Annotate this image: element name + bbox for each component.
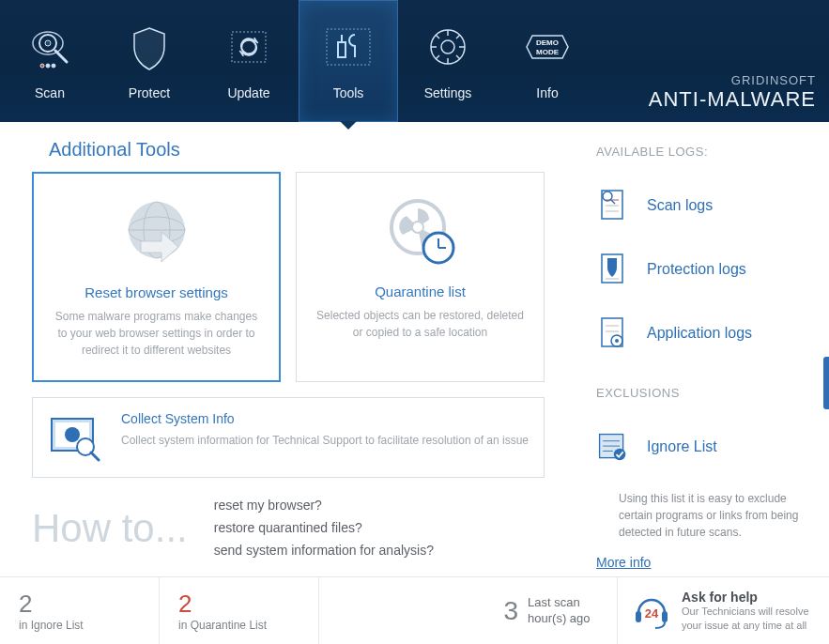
svg-point-1 bbox=[45, 40, 51, 46]
nav-protect[interactable]: Protect bbox=[100, 0, 199, 122]
tools-icon bbox=[320, 22, 376, 74]
howto-block: How to... reset my browser? restore quar… bbox=[32, 495, 572, 561]
stat-last-scan[interactable]: 3 Last scan hour(s) ago bbox=[477, 577, 618, 644]
available-logs-heading: AVAILABLE LOGS: bbox=[596, 145, 812, 159]
document-shield-icon bbox=[596, 251, 628, 288]
collect-info-desc: Collect system information for Technical… bbox=[121, 432, 530, 449]
svg-text:24: 24 bbox=[645, 606, 659, 621]
scan-logs-label: Scan logs bbox=[647, 197, 713, 214]
svg-line-19 bbox=[456, 35, 460, 38]
nav-settings[interactable]: Settings bbox=[398, 0, 498, 122]
svg-rect-10 bbox=[327, 29, 370, 65]
exclusions-heading: EXCLUSIONS bbox=[596, 386, 812, 400]
protection-logs-label: Protection logs bbox=[647, 261, 746, 278]
svg-point-12 bbox=[441, 40, 454, 54]
page-title: Additional Tools bbox=[49, 139, 572, 161]
status-footer: 2 in Ignore List 2 in Quarantine List 3 … bbox=[0, 576, 829, 644]
nav-info[interactable]: DEMO MODE Info bbox=[498, 0, 597, 122]
nav-info-label: Info bbox=[536, 85, 558, 100]
system-info-icon bbox=[46, 411, 106, 464]
svg-point-28 bbox=[412, 222, 423, 233]
shield-icon bbox=[121, 22, 177, 74]
howto-heading: How to... bbox=[32, 506, 188, 551]
quarantine-title: Quarantine list bbox=[375, 284, 466, 299]
last-scan-line2: hour(s) ago bbox=[528, 611, 590, 626]
refresh-icon bbox=[221, 22, 277, 74]
headset-24-icon: 24 bbox=[631, 590, 672, 632]
svg-line-17 bbox=[436, 35, 439, 38]
svg-line-36 bbox=[91, 452, 99, 460]
demo-mode-icon: DEMO MODE bbox=[519, 22, 576, 74]
nav-settings-label: Settings bbox=[424, 85, 472, 100]
reset-browser-title: Reset browser settings bbox=[84, 284, 228, 300]
quarantine-count: 2 bbox=[178, 590, 299, 619]
brand-company: GRIDINSOFT bbox=[649, 73, 816, 87]
howto-link-restore[interactable]: restore quarantined files? bbox=[214, 517, 434, 540]
svg-text:DEMO: DEMO bbox=[536, 38, 559, 47]
nav-protect-label: Protect bbox=[129, 85, 170, 100]
ask-title: Ask for help bbox=[682, 590, 816, 605]
app-header: Scan Protect Update bbox=[0, 0, 829, 122]
main-content: Additional Tools Reset browser settings … bbox=[0, 122, 829, 576]
document-magnifier-icon bbox=[596, 187, 628, 224]
protection-logs-link[interactable]: Protection logs bbox=[596, 238, 812, 301]
nav-update[interactable]: Update bbox=[199, 0, 299, 122]
last-scan-value: 3 bbox=[503, 596, 518, 626]
side-panel-handle[interactable] bbox=[823, 357, 829, 409]
svg-point-49 bbox=[615, 339, 619, 343]
svg-rect-56 bbox=[662, 611, 668, 622]
ask-for-help[interactable]: 24 Ask for help Our Technicians will res… bbox=[618, 577, 829, 644]
svg-rect-45 bbox=[602, 318, 622, 346]
ignore-label: in Ignore List bbox=[19, 619, 140, 632]
application-logs-label: Application logs bbox=[647, 325, 752, 342]
howto-link-send[interactable]: send system information for analysis? bbox=[214, 540, 434, 562]
biohazard-clock-icon bbox=[378, 190, 463, 274]
stat-quarantine-list[interactable]: 2 in Quarantine List bbox=[160, 577, 319, 644]
more-info-link[interactable]: More info bbox=[596, 555, 651, 570]
brand-block: GRIDINSOFT ANTI-MALWARE bbox=[649, 73, 816, 112]
ignore-list-label: Ignore List bbox=[647, 438, 717, 455]
ask-desc: Our Technicians will resolve your issue … bbox=[682, 605, 816, 633]
list-check-icon bbox=[596, 428, 628, 466]
quarantine-card[interactable]: Quarantine list Selected objects can be … bbox=[296, 172, 545, 382]
nav-update-label: Update bbox=[227, 85, 269, 100]
ignore-list-link[interactable]: Ignore List bbox=[596, 415, 812, 479]
brand-product: ANTI-MALWARE bbox=[649, 87, 816, 112]
nav-scan-label: Scan bbox=[35, 85, 65, 100]
exclusions-desc: Using this list it is easy to exclude ce… bbox=[619, 490, 812, 541]
globe-arrow-icon bbox=[115, 191, 199, 275]
application-logs-link[interactable]: Application logs bbox=[596, 301, 812, 365]
last-scan-line1: Last scan bbox=[528, 595, 590, 610]
scan-logs-link[interactable]: Scan logs bbox=[596, 174, 812, 238]
gear-icon bbox=[420, 22, 476, 74]
collect-info-title: Collect System Info bbox=[121, 411, 530, 426]
nav-scan[interactable]: Scan bbox=[0, 0, 100, 122]
main-nav: Scan Protect Update bbox=[0, 0, 597, 122]
svg-line-20 bbox=[436, 55, 439, 59]
collect-system-info-card[interactable]: Collect System Info Collect system infor… bbox=[32, 397, 545, 478]
document-gear-icon bbox=[596, 314, 628, 352]
svg-point-4 bbox=[40, 64, 44, 68]
howto-link-reset[interactable]: reset my browser? bbox=[214, 495, 434, 517]
reset-browser-desc: Some malware programs make changes to yo… bbox=[45, 308, 268, 359]
quarantine-label: in Quarantine List bbox=[178, 619, 299, 632]
svg-line-18 bbox=[456, 55, 460, 59]
nav-tools-label: Tools bbox=[333, 85, 364, 100]
ignore-count: 2 bbox=[19, 590, 140, 619]
svg-line-3 bbox=[55, 51, 67, 62]
quarantine-desc: Selected objects can be restored, delete… bbox=[308, 307, 532, 341]
svg-text:MODE: MODE bbox=[536, 48, 560, 56]
svg-point-54 bbox=[614, 449, 626, 461]
nav-tools[interactable]: Tools bbox=[299, 0, 398, 122]
svg-rect-55 bbox=[636, 611, 641, 622]
svg-point-6 bbox=[52, 64, 55, 68]
svg-rect-7 bbox=[232, 32, 266, 62]
svg-point-34 bbox=[65, 427, 80, 442]
svg-point-5 bbox=[46, 64, 50, 68]
stat-ignore-list[interactable]: 2 in Ignore List bbox=[0, 577, 160, 644]
reset-browser-card[interactable]: Reset browser settings Some malware prog… bbox=[32, 172, 281, 382]
magnifier-icon bbox=[22, 22, 78, 74]
